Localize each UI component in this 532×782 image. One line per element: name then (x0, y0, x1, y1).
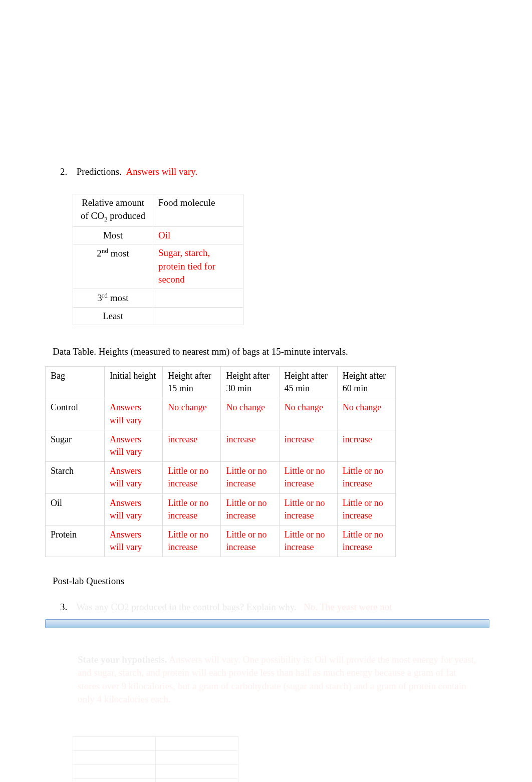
cell-45: Little or no increase (279, 525, 337, 557)
cell-45: increase (279, 430, 337, 461)
hypothesis-block: State your hypothesis. Answers will vary… (78, 653, 477, 706)
pred-food (153, 289, 243, 307)
cell-initial: Answers will vary (104, 493, 162, 525)
table-row: 2nd most Sugar, starch, protein tied for… (73, 244, 243, 289)
pred-header-right: Food molecule (153, 194, 243, 226)
table-row (73, 736, 238, 750)
cell-bag: Control (46, 398, 105, 430)
header-45: Height after 45 min (279, 367, 337, 398)
cell-initial: Answers will vary (104, 525, 162, 557)
pred-rank: 3rd most (73, 289, 153, 307)
cell-15: increase (163, 430, 221, 461)
table-row: Bag Initial height Height after 15 min H… (46, 367, 396, 398)
cell-45: Little or no increase (279, 493, 337, 525)
hypothesis-label-faint: State your hypothesis. (78, 654, 167, 665)
cell-30: Little or no increase (221, 493, 279, 525)
table-row: Starch Answers will vary Little or no in… (46, 462, 396, 493)
cell-bag: Oil (46, 493, 105, 525)
pred-rank: 2nd most (73, 244, 153, 289)
cell-bag: Starch (46, 462, 105, 493)
data-table: Bag Initial height Height after 15 min H… (45, 366, 396, 557)
q2-label: Predictions. (77, 166, 122, 177)
cell-60: Little or no increase (337, 493, 395, 525)
pred-header-left: Relative amount of CO2 produced (73, 194, 153, 226)
question-3: 3. Was any CO2 produced in the control b… (60, 601, 487, 614)
header-30: Height after 30 min (221, 367, 279, 398)
pred-food (153, 307, 243, 325)
q2-number: 2. (60, 165, 74, 179)
cell (73, 778, 156, 782)
pred-food: Oil (153, 226, 243, 244)
cell-45: Little or no increase (279, 462, 337, 493)
cell-60: Little or no increase (337, 462, 395, 493)
cell (156, 750, 238, 764)
table-row: Oil Answers will vary Little or no incre… (46, 493, 396, 525)
table-row (73, 750, 238, 764)
cell (73, 764, 156, 778)
question-2: 2. Predictions. Answers will vary. (60, 165, 487, 179)
postlab-heading: Post-lab Questions (53, 575, 487, 588)
cell (156, 778, 238, 782)
cell (156, 736, 238, 750)
cell-bag: Protein (46, 525, 105, 557)
data-table-caption: Data Table. Heights (measured to nearest… (53, 345, 487, 359)
table-row (73, 778, 238, 782)
cell-30: Little or no increase (221, 525, 279, 557)
cell-60: Little or no increase (337, 525, 395, 557)
selection-highlight (45, 619, 489, 628)
cell-15: Little or no increase (163, 462, 221, 493)
table-row: Least (73, 307, 243, 325)
pred-rank: Least (73, 307, 153, 325)
header-initial: Initial height (104, 367, 162, 398)
table-row: 3rd most (73, 289, 243, 307)
cell-15: Little or no increase (163, 493, 221, 525)
table-row: Control Answers will vary No change No c… (46, 398, 396, 430)
cell (73, 750, 156, 764)
q3-text-faint: Was any CO2 produced in the control bags… (76, 602, 296, 612)
table-row: Most Oil (73, 226, 243, 244)
cell-45: No change (279, 398, 337, 430)
pred-rank: Most (73, 226, 153, 244)
table-row (73, 764, 238, 778)
header-bag: Bag (46, 367, 105, 398)
table-row: Protein Answers will vary Little or no i… (46, 525, 396, 557)
cell-30: No change (221, 398, 279, 430)
cell (156, 764, 238, 778)
cell-initial: Answers will vary (104, 398, 162, 430)
cell-15: Little or no increase (163, 525, 221, 557)
table-row: Sugar Answers will vary increase increas… (46, 430, 396, 461)
bottom-empty-table (73, 736, 238, 782)
cell-60: No change (337, 398, 395, 430)
cell (73, 736, 156, 750)
pred-food: Sugar, starch, protein tied for second (153, 244, 243, 289)
q2-answer: Answers will vary. (126, 166, 197, 177)
q3-answer-faint: No. The yeast were not (304, 602, 392, 612)
cell-initial: Answers will vary (104, 430, 162, 461)
table-row: Relative amount of CO2 produced Food mol… (73, 194, 243, 226)
cell-30: Little or no increase (221, 462, 279, 493)
cell-60: increase (337, 430, 395, 461)
predictions-table: Relative amount of CO2 produced Food mol… (73, 194, 243, 326)
cell-initial: Answers will vary (104, 462, 162, 493)
cell-30: increase (221, 430, 279, 461)
cell-15: No change (163, 398, 221, 430)
header-15: Height after 15 min (163, 367, 221, 398)
header-60: Height after 60 min (337, 367, 395, 398)
cell-bag: Sugar (46, 430, 105, 461)
q3-number: 3. (60, 601, 74, 614)
